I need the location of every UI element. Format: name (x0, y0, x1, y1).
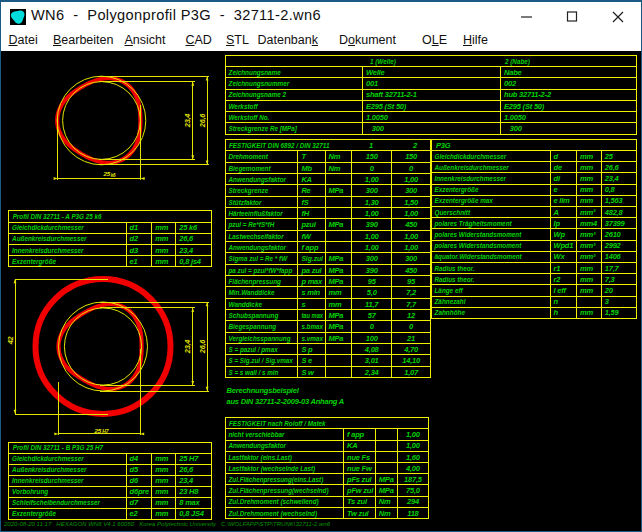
svg-text:d6pre: d6pre (130, 487, 149, 496)
svg-text:d5: d5 (130, 465, 139, 474)
svg-text:Radius theor.: Radius theor. (435, 275, 475, 284)
svg-text:mm: mm (155, 465, 168, 474)
svg-text:1 (Welle): 1 (Welle) (370, 57, 396, 66)
svg-text:d7: d7 (130, 498, 139, 507)
svg-text:MPa: MPa (379, 486, 394, 495)
svg-text:26,6: 26,6 (604, 163, 620, 172)
svg-text:300: 300 (366, 124, 385, 133)
svg-text:1,00: 1,00 (404, 243, 419, 252)
svg-text:S w: S w (301, 368, 315, 377)
svg-text:1,00: 1,00 (365, 243, 380, 252)
svg-text:k6: k6 (111, 173, 116, 178)
svg-text:23,4: 23,4 (604, 174, 620, 183)
svg-text:S e: S e (301, 356, 312, 365)
svg-text:mm³: mm³ (580, 241, 596, 250)
svg-text:Lastwechselfaktor: Lastwechselfaktor (229, 232, 285, 241)
svg-text:MPa: MPa (329, 254, 344, 263)
svg-text:r1: r1 (554, 264, 561, 273)
svg-text:118: 118 (407, 509, 419, 518)
svg-text:Tw zul: Tw zul (347, 509, 370, 518)
svg-text:8 max: 8 max (179, 498, 200, 507)
svg-text:Zähnezahl: Zähnezahl (434, 297, 467, 306)
svg-text:Wp: Wp (554, 230, 566, 239)
svg-text:Exzentergröße: Exzentergröße (12, 509, 56, 518)
svg-text:MPa: MPa (329, 277, 344, 286)
svg-text:26,6: 26,6 (198, 113, 207, 129)
svg-text:MPa: MPa (329, 220, 344, 229)
svg-text:Werkstoff No.: Werkstoff No. (229, 113, 270, 122)
svg-text:mm: mm (580, 185, 593, 194)
svg-text:7,7: 7,7 (406, 300, 417, 309)
svg-text:100: 100 (366, 334, 379, 343)
svg-text:äquator.Widerstandsmoment: äquator.Widerstandsmoment (435, 252, 523, 261)
svg-text:mm: mm (155, 223, 168, 232)
svg-text:23,4: 23,4 (178, 476, 194, 485)
svg-text:1.0050: 1.0050 (504, 113, 527, 122)
svg-text:Welle: Welle (366, 68, 384, 77)
svg-text:shaft 32711-2-1: shaft 32711-2-1 (366, 90, 417, 99)
svg-text:4,70: 4,70 (403, 345, 419, 354)
svg-text:0,8 js4: 0,8 js4 (179, 257, 202, 266)
svg-text:A: A (553, 208, 559, 217)
svg-text:Vergleichsspannung: Vergleichsspannung (229, 334, 291, 343)
svg-text:Zul.Flächenpressung(wechselnd): Zul.Flächenpressung(wechselnd) (228, 486, 329, 495)
svg-text:Wanddicke: Wanddicke (229, 300, 263, 309)
svg-text:0,8 JS4: 0,8 JS4 (179, 509, 204, 518)
svg-text:21: 21 (406, 334, 415, 343)
svg-text:mm: mm (580, 196, 593, 205)
svg-text:12: 12 (407, 311, 416, 320)
svg-text:1,50: 1,50 (404, 198, 419, 207)
svg-text:Gleichdickdurchmesser: Gleichdickdurchmesser (12, 454, 85, 463)
svg-text:S = Sig.zul / Sig.vmax: S = Sig.zul / Sig.vmax (229, 356, 294, 365)
svg-text:Vorbohrung: Vorbohrung (12, 487, 48, 496)
svg-text:1,00: 1,00 (365, 209, 380, 218)
svg-text:e1: e1 (130, 257, 138, 266)
svg-text:Querschnitt: Querschnitt (435, 208, 471, 217)
svg-text:Außenkreisdurchmesser: Außenkreisdurchmesser (434, 163, 510, 172)
svg-text:1,60: 1,60 (406, 453, 421, 462)
svg-text:0,8: 0,8 (605, 185, 616, 194)
svg-text:mm: mm (155, 234, 168, 243)
svg-text:42: 42 (6, 337, 15, 346)
svg-text:p max: p max (300, 277, 323, 286)
svg-text:14,10: 14,10 (402, 356, 421, 365)
svg-text:Nm: Nm (329, 164, 341, 173)
svg-text:1.0050: 1.0050 (366, 113, 389, 122)
svg-text:s.vmax: s.vmax (301, 334, 323, 343)
svg-text:0: 0 (370, 322, 375, 331)
svg-text:1,07: 1,07 (404, 368, 419, 377)
svg-text:Nabe: Nabe (504, 68, 522, 77)
svg-text:Zeichnungsname: Zeichnungsname (228, 68, 281, 77)
svg-text:57: 57 (368, 311, 377, 320)
svg-text:390: 390 (366, 266, 379, 275)
svg-text:mm: mm (580, 152, 593, 161)
svg-text:95: 95 (368, 277, 377, 286)
svg-text:Härteeinflußfaktor: Härteeinflußfaktor (229, 209, 284, 218)
svg-text:Außenkreisdurchmesser: Außenkreisdurchmesser (11, 465, 87, 474)
svg-text:Exzentergröße: Exzentergröße (435, 185, 479, 194)
svg-text:l eff: l eff (554, 286, 568, 295)
svg-text:mm: mm (155, 487, 168, 496)
svg-text:mm: mm (329, 288, 342, 297)
svg-text:150: 150 (405, 152, 418, 161)
svg-text:75,0: 75,0 (406, 486, 421, 495)
svg-text:0: 0 (370, 164, 375, 173)
svg-text:26,6: 26,6 (178, 465, 194, 474)
svg-text:nue Fw: nue Fw (347, 464, 373, 473)
svg-text:fS: fS (301, 198, 308, 207)
svg-text:e2: e2 (130, 509, 139, 518)
svg-text:pa zul: pa zul (300, 266, 322, 275)
svg-text:Radius theor.: Radius theor. (435, 264, 475, 273)
svg-text:300: 300 (405, 254, 418, 263)
svg-text:1,00: 1,00 (365, 175, 380, 184)
svg-text:4,08: 4,08 (364, 345, 380, 354)
svg-text:Biegemoment: Biegemoment (229, 164, 272, 173)
svg-text:20: 20 (604, 286, 614, 295)
svg-text:Gleichdickdurchmesser: Gleichdickdurchmesser (435, 152, 508, 161)
svg-text:Berechnungsbeispiel: Berechnungsbeispiel (227, 386, 300, 395)
svg-text:mm: mm (580, 163, 593, 172)
svg-text:4,00: 4,00 (405, 464, 421, 473)
svg-text:Ts zul: Ts zul (347, 497, 368, 506)
svg-text:002: 002 (504, 79, 517, 88)
svg-text:d6: d6 (130, 476, 139, 485)
